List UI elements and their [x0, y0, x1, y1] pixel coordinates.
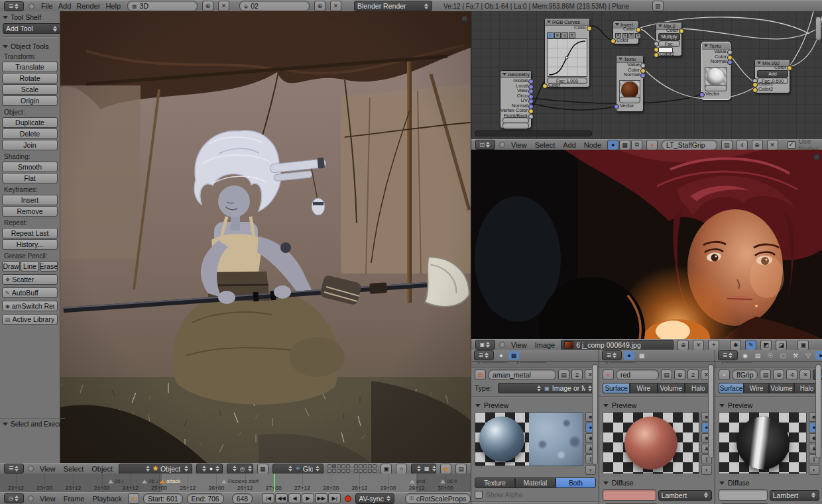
collapse-menus-icon[interactable] [499, 142, 505, 148]
diffuse-color-swatch[interactable] [719, 489, 768, 501]
modifiers-tab[interactable]: ⚒ [790, 351, 801, 360]
autobuff-button[interactable]: ✎AutoBuff [2, 287, 58, 298]
origin-button[interactable]: Origin [2, 95, 58, 106]
curve-widget[interactable] [547, 38, 587, 77]
socket-color2[interactable] [752, 87, 758, 93]
prev-keyframe-button[interactable]: ◀◀ [275, 493, 288, 503]
socket-color1[interactable] [752, 82, 758, 87]
timeline-marker-recieve-staff[interactable]: Recieve staff [221, 478, 259, 484]
scene-tab[interactable]: ▤ [752, 351, 763, 360]
viewport-3d-canvas[interactable] [60, 11, 471, 463]
keying-set-field[interactable]: ⚿cRotScaleProps [405, 493, 471, 504]
pivot-point-dropdown[interactable]: ◎ [227, 464, 253, 474]
render-tab[interactable]: ◉ [740, 351, 750, 360]
region-corner-widget[interactable] [813, 154, 820, 160]
diffuse-shader-dropdown[interactable]: Lambert [658, 490, 712, 501]
add-material-button[interactable]: ⊕ [752, 140, 763, 150]
node-rgb_curves[interactable]: RGB CurvesColorCRGBFac: 1.000Color [544, 18, 590, 87]
panel-header-object-tools[interactable]: Object Tools [0, 40, 60, 51]
insert-button[interactable]: Insert [2, 195, 58, 205]
layer-cell[interactable] [327, 469, 331, 473]
node-mix-multiply[interactable]: Mix.0ColorMultiplyFac:Color2 [656, 22, 682, 56]
info-menu-add[interactable]: Add [56, 2, 74, 10]
socket-vertex-color[interactable] [528, 109, 534, 114]
layer-cell[interactable] [341, 464, 345, 468]
timeline-marker-06-k[interactable]: 06 K [440, 478, 457, 484]
socket-value[interactable] [640, 63, 646, 68]
collapse-menus-icon[interactable] [28, 466, 34, 472]
vertical-scrollbar[interactable] [592, 364, 598, 465]
active-library-button[interactable]: ▤Active Library [2, 314, 58, 325]
material-nodes-toggle[interactable]: ● [607, 140, 618, 150]
section-header-preview[interactable]: Preview [715, 399, 822, 411]
texture-tab[interactable]: ▩ [508, 351, 519, 360]
users-count[interactable]: 2 [687, 370, 699, 380]
data-tab[interactable]: ▽ [803, 351, 813, 360]
datablock-icon[interactable]: ▩ [475, 370, 486, 380]
blend-mode-dropdown[interactable]: Add [757, 70, 788, 77]
timeline-marker-attack[interactable]: attack [160, 478, 180, 484]
show-material-button[interactable]: Material [515, 478, 556, 488]
object-tab[interactable]: ▢ [778, 351, 788, 360]
preview-world-button[interactable]: ◗ [585, 465, 596, 475]
layer-cell[interactable] [368, 464, 372, 468]
node-texture-bw[interactable]: TextuValueColorNormalVector [701, 42, 731, 100]
datablock-icon[interactable]: ● [603, 370, 614, 380]
mode-wire[interactable]: Wire [744, 383, 769, 393]
socket-view[interactable] [528, 89, 534, 94]
delete-layout-button[interactable]: ✕ [218, 1, 229, 11]
next-keyframe-button[interactable]: ▶▶ [315, 493, 327, 503]
play-reverse-button[interactable]: ◀ [288, 493, 301, 503]
viewport-menu-view[interactable]: View [38, 465, 58, 473]
add-scene-button[interactable]: ⊕ [314, 1, 325, 11]
timeline-marker-06-j[interactable]: 06 J [142, 478, 158, 484]
node-geometry[interactable]: GeometryGlobalLocalViewOrcoUVNormalVerte… [500, 70, 532, 128]
timeline-ruler[interactable]: 22+1223+0023+1224+0024+1225+0025+1226+00… [0, 474, 471, 493]
material-name-field[interactable]: LT_StaffGrip [662, 140, 717, 150]
node-invert[interactable]: InvertColorRGBAColor [613, 21, 639, 44]
vertical-scrollbar[interactable] [815, 364, 821, 458]
playhead[interactable] [274, 474, 275, 492]
add-button[interactable]: ⊕ [773, 370, 784, 380]
layer-cell[interactable] [337, 464, 341, 468]
node-editor-canvas[interactable]: GeometryGlobalLocalViewOrcoUVNormalVerte… [471, 11, 822, 139]
amswitch-rende-button[interactable]: ◉amSwitch Rende [2, 301, 58, 311]
snap-magnet-icon[interactable]: ∩ [396, 464, 407, 474]
rendered-image[interactable] [471, 150, 822, 339]
image-menu-image[interactable]: Image [533, 341, 558, 349]
draw-button[interactable]: Draw [2, 261, 20, 272]
layer-cell[interactable] [368, 469, 372, 473]
render-opengl-button[interactable]: ◉ [440, 464, 451, 474]
vertical-scrollbar[interactable] [708, 364, 714, 458]
world-tab[interactable]: ☉ [765, 351, 776, 360]
show-texture-button[interactable]: Texture [475, 478, 515, 488]
collapse-menus-icon[interactable] [499, 342, 505, 348]
use-preview-range-toggle[interactable]: ● [128, 493, 139, 504]
join-button[interactable]: Join [2, 140, 58, 150]
socket-color2[interactable] [654, 52, 659, 58]
texture-type-dropdown[interactable]: ▣Image or Movie [498, 383, 596, 393]
node-menu-view[interactable]: View [509, 141, 529, 149]
material-tab[interactable]: ● [815, 351, 822, 360]
section-header-diffuse[interactable]: Diffuse [599, 476, 715, 488]
channel-b-button[interactable]: B [569, 32, 575, 38]
layer-cell[interactable] [327, 464, 331, 468]
info-menu-file[interactable]: File [39, 2, 55, 10]
texture-nodes-toggle[interactable]: ▩ [619, 140, 630, 150]
layer-grid-2[interactable] [354, 464, 377, 473]
unlink-image-button[interactable]: ✕ [693, 340, 704, 350]
vertical-scrollbar[interactable] [815, 17, 821, 40]
mask-mode-toggle[interactable]: ✎ [745, 340, 756, 350]
region-corner-widget[interactable] [461, 15, 468, 22]
socket-color[interactable] [587, 26, 592, 31]
browse-button[interactable]: ▤ [661, 370, 672, 380]
node-menu-add[interactable]: Add [561, 141, 578, 149]
viewport-menu-select[interactable]: Select [62, 465, 86, 473]
sample-toggle[interactable]: ◪ [776, 340, 787, 350]
layer-cell[interactable] [359, 469, 363, 473]
section-header-preview[interactable]: Preview [471, 399, 599, 411]
socket-color[interactable] [542, 83, 548, 89]
manipulator-toggle[interactable]: ▦ [257, 464, 268, 474]
section-header-diffuse[interactable]: Diffuse [715, 476, 822, 488]
socket-normal[interactable] [727, 60, 733, 65]
